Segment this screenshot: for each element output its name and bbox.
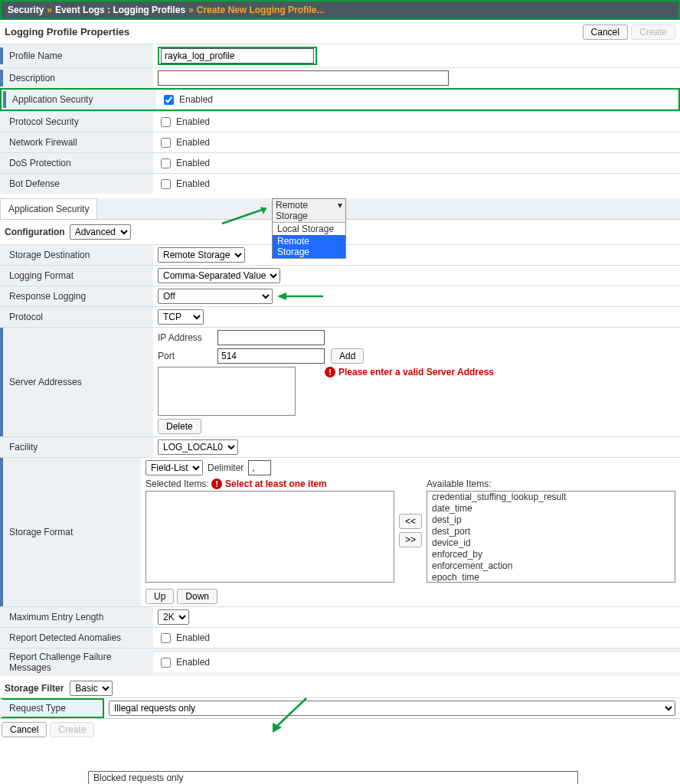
annotation-arrow-icon [277, 290, 323, 302]
network-firewall-checkbox[interactable] [161, 138, 171, 148]
available-item[interactable]: credential_stuffing_lookup_result [427, 492, 675, 503]
cancel-button[interactable]: Cancel [583, 24, 628, 40]
breadcrumb: Security » Event Logs : Logging Profiles… [0, 0, 680, 20]
server-address-error: Please enter a valid Server Address [338, 367, 494, 377]
profile-name-input[interactable] [161, 48, 314, 64]
selected-items-list[interactable] [145, 491, 394, 583]
label-storage-format: Storage Format [0, 458, 141, 606]
label-description: Description [0, 70, 153, 87]
enabled-label: Enabled [176, 158, 210, 168]
available-items-list[interactable]: credential_stuffing_lookup_resultdate_ti… [427, 491, 675, 583]
configuration-label: Configuration [5, 227, 65, 237]
label-logging-format: Logging Format [0, 267, 153, 284]
ip-address-input[interactable] [217, 330, 325, 345]
request-type-options-open: Blocked requests only Illegal requests o… [88, 771, 578, 784]
create-button-bottom: Create [50, 722, 94, 737]
move-right-button[interactable]: >> [399, 532, 422, 547]
label-dos-protection: DoS Protection [0, 155, 153, 172]
request-type-select[interactable]: Illegal requests only [109, 701, 675, 716]
breadcrumb-sep: » [47, 5, 52, 15]
protocol-select[interactable]: TCP [158, 309, 204, 325]
cancel-button-bottom[interactable]: Cancel [2, 722, 47, 737]
label-max-entry-length: Maximum Entry Length [0, 609, 153, 626]
storage-destination-dropdown-open: Remote Storage ▾ Local Storage Remote St… [272, 198, 346, 259]
app-security-checkbox[interactable] [164, 95, 174, 105]
storage-filter-title: Storage Filter [5, 683, 64, 694]
enabled-label: Enabled [179, 94, 213, 105]
error-icon: ! [211, 479, 222, 489]
response-logging-select[interactable]: Off [158, 289, 273, 304]
available-item[interactable]: epoch_time [427, 572, 675, 583]
enabled-label: Enabled [176, 116, 210, 127]
delimiter-label: Delimiter [208, 462, 244, 473]
enabled-label: Enabled [176, 657, 210, 668]
configuration-select[interactable]: Advanced [70, 224, 131, 240]
delimiter-input[interactable] [248, 460, 271, 475]
label-response-logging: Response Logging [0, 288, 153, 305]
add-server-button[interactable]: Add [331, 348, 364, 364]
label-report-challenge: Report Challenge Failure Messages [0, 648, 153, 676]
delete-server-button[interactable]: Delete [158, 419, 201, 434]
breadcrumb-security[interactable]: Security [8, 5, 44, 15]
label-facility: Facility [0, 439, 153, 456]
description-input[interactable] [158, 70, 449, 86]
label-bot-defense: Bot Defense [0, 175, 153, 192]
label-report-anomalies: Report Detected Anomalies [0, 629, 153, 646]
dropdown-current: Remote Storage [276, 200, 338, 221]
storage-format-mode-select[interactable]: Field-List [145, 460, 203, 475]
report-anomalies-checkbox[interactable] [161, 633, 171, 643]
storage-destination-select[interactable]: Remote Storage [158, 247, 245, 263]
available-item[interactable]: dest_port [427, 526, 675, 537]
label-app-security: Application Security [3, 91, 156, 108]
label-profile-name: Profile Name [0, 47, 153, 64]
label-server-addresses: Server Addresses [0, 328, 153, 436]
section-title-properties: Logging Profile Properties [5, 23, 129, 41]
label-protocol-security: Protocol Security [0, 113, 153, 130]
enabled-label: Enabled [176, 632, 210, 643]
available-item[interactable]: enforcement_action [427, 560, 675, 572]
move-down-button[interactable]: Down [177, 589, 217, 604]
available-item[interactable]: date_time [427, 503, 675, 514]
server-address-list[interactable] [158, 367, 296, 416]
error-icon: ! [325, 367, 335, 377]
breadcrumb-sep: » [188, 5, 194, 15]
create-button: Create [631, 24, 675, 40]
available-items-label: Available Items: [427, 479, 675, 489]
chevron-down-icon: ▾ [338, 200, 342, 221]
bot-defense-checkbox[interactable] [161, 179, 171, 189]
enabled-label: Enabled [176, 137, 210, 148]
available-item[interactable]: enforced_by [427, 549, 675, 560]
move-up-button[interactable]: Up [145, 589, 174, 604]
tab-application-security[interactable]: Application Security [0, 198, 97, 219]
logging-format-select[interactable]: Comma-Separated Values [158, 268, 280, 283]
label-network-firewall: Network Firewall [0, 134, 153, 151]
port-label: Port [158, 351, 211, 361]
report-challenge-checkbox[interactable] [161, 658, 171, 668]
selected-items-error: Select at least one item [225, 479, 327, 489]
breadcrumb-eventlogs[interactable]: Event Logs : Logging Profiles [55, 5, 185, 15]
label-protocol: Protocol [0, 309, 153, 325]
available-item[interactable]: device_id [427, 537, 675, 549]
max-entry-select[interactable]: 2K [158, 609, 189, 625]
ip-address-label: IP Address [158, 332, 211, 343]
available-item[interactable]: dest_ip [427, 514, 675, 526]
port-input[interactable] [217, 348, 325, 364]
selected-items-label: Selected Items: [145, 479, 209, 489]
dos-protection-checkbox[interactable] [161, 158, 171, 168]
breadcrumb-current: Create New Logging Profile... [197, 5, 325, 15]
label-storage-destination: Storage Destination [0, 247, 153, 263]
move-left-button[interactable]: << [399, 514, 422, 529]
svg-marker-3 [277, 292, 286, 300]
label-request-type: Request Type [0, 698, 104, 718]
dropdown-option-local[interactable]: Local Storage [273, 223, 345, 235]
enabled-label: Enabled [176, 178, 210, 189]
dropdown-option-remote[interactable]: Remote Storage [273, 235, 345, 258]
request-type-option[interactable]: Blocked requests only [89, 772, 577, 784]
storage-filter-mode-select[interactable]: Basic [70, 681, 113, 696]
facility-select[interactable]: LOG_LOCAL0 [158, 439, 238, 455]
protocol-security-checkbox[interactable] [161, 117, 171, 127]
